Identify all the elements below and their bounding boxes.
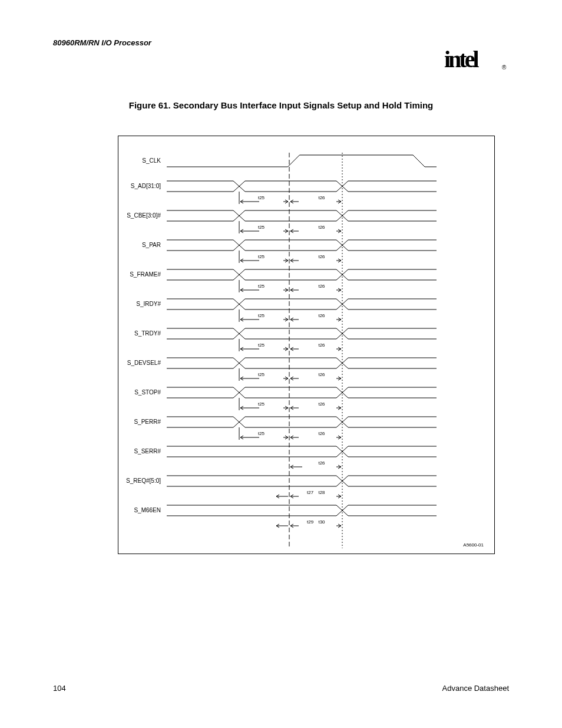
page-footer: 104 Advance Datasheet [53, 684, 509, 693]
svg-text:t29: t29 [307, 519, 314, 525]
svg-text:t25: t25 [258, 431, 265, 436]
svg-text:t26: t26 [318, 284, 325, 289]
svg-text:t25: t25 [258, 254, 265, 259]
svg-text:t26: t26 [318, 431, 325, 436]
svg-text:t25: t25 [258, 342, 265, 348]
svg-text:t25: t25 [258, 284, 265, 289]
svg-text:t26: t26 [318, 254, 325, 259]
svg-text:S_FRAME#: S_FRAME# [130, 271, 161, 278]
svg-text:t26: t26 [318, 401, 325, 407]
running-header: 80960RM/RN I/O Processor [53, 38, 509, 47]
svg-text:t25: t25 [258, 225, 265, 230]
svg-text:t27: t27 [307, 490, 314, 495]
svg-text:S_CBE[3:0]#: S_CBE[3:0]# [127, 212, 161, 219]
svg-text:S_SERR#: S_SERR# [134, 448, 161, 454]
intel-logo: intel ® [444, 46, 509, 74]
svg-text:t25: t25 [258, 313, 265, 318]
svg-text:S_PERR#: S_PERR# [134, 419, 161, 425]
svg-text:S_M66EN: S_M66EN [134, 507, 161, 513]
svg-text:S_AD[31:0]: S_AD[31:0] [131, 183, 161, 189]
svg-text:S_CLK: S_CLK [142, 157, 161, 164]
svg-text:t26: t26 [318, 195, 325, 200]
svg-text:t26: t26 [318, 342, 325, 348]
svg-text:S_TRDY#: S_TRDY# [134, 330, 161, 337]
svg-text:t26: t26 [318, 460, 325, 466]
footer-title: Advance Datasheet [442, 684, 509, 693]
svg-text:t26: t26 [318, 225, 325, 230]
svg-text:A5600-01: A5600-01 [463, 542, 484, 548]
svg-text:t25: t25 [258, 372, 265, 377]
logo-text: intel [444, 46, 479, 73]
svg-text:t25: t25 [258, 195, 265, 200]
svg-text:t30: t30 [318, 519, 325, 525]
svg-text:S_STOP#: S_STOP# [134, 389, 161, 396]
svg-text:t25: t25 [258, 401, 265, 407]
svg-text:S_IRDY#: S_IRDY# [136, 301, 161, 307]
registered-icon: ® [502, 64, 507, 71]
svg-text:t28: t28 [318, 490, 325, 495]
svg-text:S_PAR: S_PAR [142, 242, 161, 248]
figure-title: Secondary Bus Interface Input Signals Se… [173, 100, 433, 110]
svg-text:S_DEVSEL#: S_DEVSEL# [127, 360, 161, 366]
svg-text:t26: t26 [318, 372, 325, 377]
timing-diagram: S_CLKS_AD[31:0]t25t26S_CBE[3:0]#t25t26S_… [118, 136, 495, 554]
page-number: 104 [53, 684, 66, 693]
figure-caption-row: Figure 61. Secondary Bus Interface Input… [53, 100, 509, 110]
page: 80960RM/RN I/O Processor intel ® Figure … [0, 0, 562, 728]
svg-text:S_REQ#[5:0]: S_REQ#[5:0] [126, 477, 161, 484]
figure-number: Figure 61. [129, 100, 171, 110]
svg-text:t26: t26 [318, 313, 325, 318]
